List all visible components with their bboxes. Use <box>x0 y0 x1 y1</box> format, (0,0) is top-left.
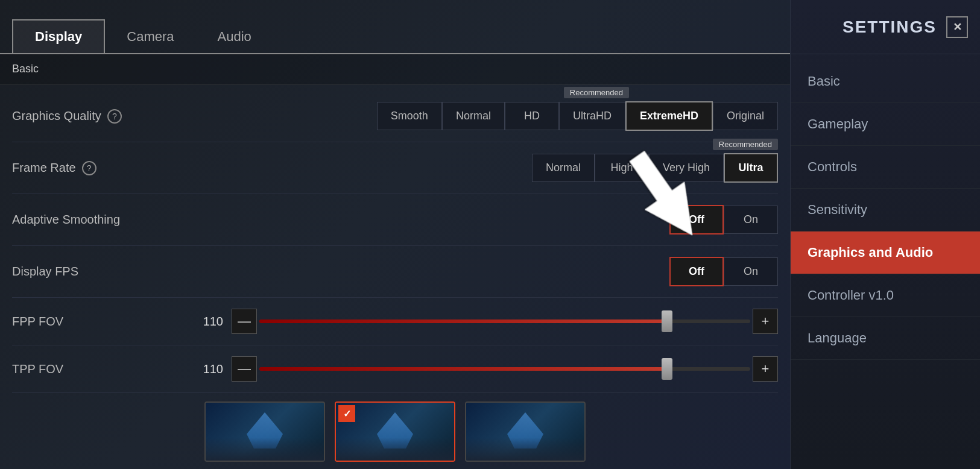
graphics-quality-row: Graphics Quality ? Recommended Smooth No… <box>12 90 778 142</box>
tpp-fov-thumb[interactable] <box>662 358 672 380</box>
fr-recommended-badge: Recommended <box>713 139 778 150</box>
tpp-fov-row: TPP FOV 110 — + <box>12 345 778 393</box>
gq-smooth[interactable]: Smooth <box>377 102 442 130</box>
fpp-fov-minus[interactable]: — <box>232 309 257 334</box>
graphics-quality-help[interactable]: ? <box>107 109 122 124</box>
tab-bar: Display Camera Audio <box>0 0 790 54</box>
gq-ultrahd[interactable]: UltraHD <box>559 102 625 130</box>
sidebar-item-graphics-audio[interactable]: Graphics and Audio <box>791 231 980 274</box>
sidebar-nav: Basic Gameplay Controls Sensitivity Grap… <box>791 54 980 366</box>
sidebar-item-controller[interactable]: Controller v1.0 <box>791 274 980 317</box>
frame-rate-help[interactable]: ? <box>82 161 96 175</box>
sidebar-item-sensitivity[interactable]: Sensitivity <box>791 189 980 231</box>
fr-very-high[interactable]: Very High <box>649 154 724 182</box>
fpp-fov-fill <box>259 319 667 323</box>
adaptive-smoothing-label: Adaptive Smoothing <box>12 213 193 227</box>
sidebar-item-controls[interactable]: Controls <box>791 146 980 189</box>
thumbnail-2-check: ✓ <box>338 405 355 422</box>
fr-normal[interactable]: Normal <box>532 154 595 182</box>
thumbnails-row: ✓ <box>12 393 778 469</box>
main-content: Display Camera Audio Basic Graphics Qual… <box>0 0 790 469</box>
gq-recommended-badge: Recommended <box>564 87 629 98</box>
tpp-fov-plus[interactable]: + <box>753 356 778 382</box>
fr-high[interactable]: High <box>595 154 649 182</box>
thumbnail-3[interactable] <box>465 401 586 462</box>
gq-normal[interactable]: Normal <box>442 102 505 130</box>
tpp-fov-label: TPP FOV <box>12 362 193 376</box>
frame-rate-row: Frame Rate ? Recommended Normal High Ver… <box>12 142 778 194</box>
thumbnail-2[interactable]: ✓ <box>335 401 455 462</box>
sidebar-item-gameplay[interactable]: Gameplay <box>791 103 980 146</box>
tpp-fov-fill <box>259 367 667 371</box>
settings-body: Graphics Quality ? Recommended Smooth No… <box>0 84 790 469</box>
tab-audio[interactable]: Audio <box>196 20 273 53</box>
display-fps-label: Display FPS <box>12 265 193 279</box>
fps-off[interactable]: Off <box>669 257 724 286</box>
close-button[interactable]: ✕ <box>946 16 968 38</box>
sidebar-item-language[interactable]: Language <box>791 317 980 360</box>
frame-rate-options: Recommended Normal High Very High Ultra <box>532 153 778 183</box>
fpp-fov-label: FPP FOV <box>12 315 193 329</box>
frame-rate-label: Frame Rate ? <box>12 161 193 175</box>
graphics-quality-options: Recommended Smooth Normal HD UltraHD Ext… <box>377 101 778 131</box>
graphics-quality-label: Graphics Quality ? <box>12 109 193 124</box>
as-off[interactable]: Off <box>669 205 724 234</box>
section-label: Basic <box>0 54 790 84</box>
as-on[interactable]: On <box>724 206 778 234</box>
display-fps-options: Off On <box>669 257 778 286</box>
adaptive-smoothing-row: Adaptive Smoothing Off On <box>12 194 778 246</box>
settings-header: SETTINGS ✕ <box>791 0 980 54</box>
gq-extremehd[interactable]: ExtremeHD <box>625 101 713 131</box>
tab-camera[interactable]: Camera <box>105 20 195 53</box>
adaptive-smoothing-options: Off On <box>669 205 778 234</box>
fpp-fov-plus[interactable]: + <box>753 309 778 334</box>
tab-display[interactable]: Display <box>12 19 105 53</box>
fr-ultra[interactable]: Ultra <box>724 153 778 183</box>
sidebar: SETTINGS ✕ Basic Gameplay Controls Sensi… <box>790 0 980 469</box>
fpp-fov-thumb[interactable] <box>662 310 672 332</box>
thumbnail-1[interactable] <box>204 401 325 462</box>
tpp-fov-track[interactable] <box>259 367 750 371</box>
tpp-fov-value: 110 <box>193 362 223 376</box>
fpp-fov-row: FPP FOV 110 — + <box>12 298 778 345</box>
sidebar-item-basic[interactable]: Basic <box>791 60 980 103</box>
gq-hd[interactable]: HD <box>505 102 559 130</box>
display-fps-row: Display FPS Off On <box>12 246 778 298</box>
fpp-fov-value: 110 <box>193 315 223 329</box>
settings-title: SETTINGS <box>842 17 937 37</box>
tpp-fov-minus[interactable]: — <box>232 356 257 382</box>
fps-on[interactable]: On <box>724 257 778 286</box>
gq-original[interactable]: Original <box>713 102 778 130</box>
fpp-fov-track[interactable] <box>259 319 750 323</box>
